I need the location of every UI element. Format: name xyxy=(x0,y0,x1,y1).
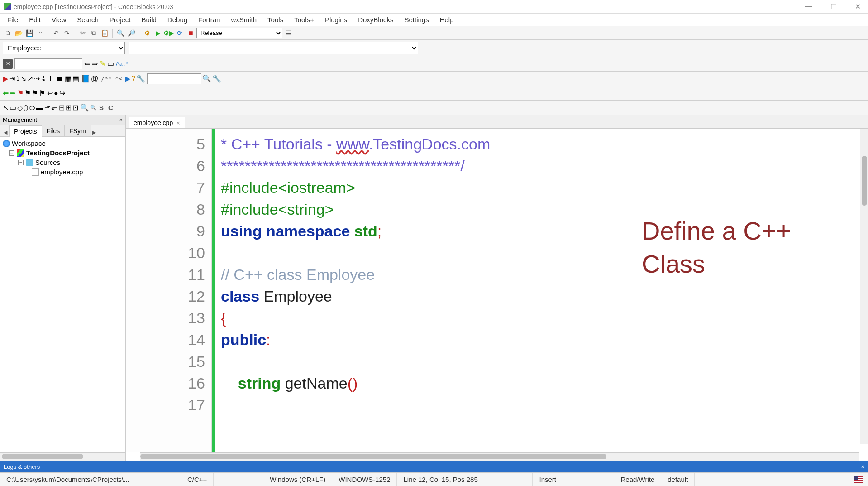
decision-icon[interactable]: ◇ xyxy=(17,103,23,112)
debug-run-icon[interactable]: ▶ xyxy=(3,74,8,83)
undo-icon[interactable]: ↶ xyxy=(51,28,61,38)
nav-record-icon[interactable]: ● xyxy=(54,89,58,97)
bookmark-clear-icon[interactable]: ⚑ xyxy=(39,89,45,97)
code-content[interactable]: * C++ Tutorials - www.TestingDocs.com***… xyxy=(215,129,868,452)
redo-icon[interactable]: ↷ xyxy=(62,28,72,38)
search-prev-icon[interactable]: ⇐ xyxy=(84,59,90,68)
logs-close-icon[interactable]: × xyxy=(861,463,864,470)
rebuild-icon[interactable]: ⟳ xyxy=(175,28,185,38)
menu-fortran[interactable]: Fortran xyxy=(194,15,224,24)
editor-tab-employee[interactable]: employee.cpp × xyxy=(129,117,185,128)
tabs-scroll-left-icon[interactable]: ◀ xyxy=(2,129,9,136)
next-line-icon[interactable]: ⤵ xyxy=(16,75,19,83)
doxyblocks-icon[interactable]: 📘 xyxy=(81,74,90,83)
find-icon[interactable]: 🔍 xyxy=(115,28,125,38)
doxy-at-icon[interactable]: @ xyxy=(91,75,98,83)
abort-icon[interactable]: ⏹ xyxy=(186,28,196,38)
replace-icon[interactable]: 🔎 xyxy=(126,28,136,38)
editor-hscrollbar[interactable] xyxy=(140,452,859,461)
method-select[interactable] xyxy=(129,42,418,54)
tree-sources[interactable]: − Sources xyxy=(1,158,124,167)
search-next-icon[interactable]: ⇒ xyxy=(92,59,98,68)
build-target-select[interactable]: Release xyxy=(196,28,282,38)
highlight-icon[interactable]: ✎ xyxy=(100,59,105,68)
uncomment-icon[interactable]: ⊞ xyxy=(66,103,72,112)
match-case-icon[interactable]: Aa xyxy=(116,61,123,67)
menu-file[interactable]: File xyxy=(3,15,23,24)
tree-toggle-icon[interactable]: − xyxy=(9,150,14,156)
code-editor[interactable]: 567891011121314151617 * C++ Tutorials - … xyxy=(126,129,868,452)
menu-doxyblocks[interactable]: DoxyBlocks xyxy=(353,15,398,24)
menu-search[interactable]: Search xyxy=(72,15,103,24)
search-input[interactable] xyxy=(14,58,82,69)
language-flag-icon[interactable] xyxy=(854,476,863,483)
toggle-comment-icon[interactable]: ⊡ xyxy=(72,103,78,112)
tree-workspace[interactable]: Workspace xyxy=(1,139,124,148)
build-run-icon[interactable]: ⚙▶ xyxy=(164,28,174,38)
next-instr-icon[interactable]: ⇢ xyxy=(34,74,40,83)
goto-options-icon[interactable]: 🔧 xyxy=(212,74,221,83)
doxy-config-icon[interactable]: 🔧 xyxy=(136,74,145,83)
step-into-icon[interactable]: ↘ xyxy=(20,74,26,83)
logs-panel[interactable]: Logs & others × xyxy=(0,461,868,472)
instruction-icon[interactable]: ▭ xyxy=(10,103,16,112)
maximize-button[interactable]: ☐ xyxy=(827,2,840,11)
tree-project[interactable]: − TestingDocsProject xyxy=(1,148,124,158)
stop-debug-icon[interactable]: ⏹ xyxy=(56,75,63,83)
break-icon[interactable]: ⏸ xyxy=(48,75,55,83)
loop-icon[interactable]: ⬯ xyxy=(24,104,28,112)
menu-plugins[interactable]: Plugins xyxy=(320,15,352,24)
block-icon[interactable]: ▬ xyxy=(36,104,43,112)
cut-icon[interactable]: ✄ xyxy=(78,28,88,38)
targets-icon[interactable]: ☰ xyxy=(283,28,293,38)
menu-help[interactable]: Help xyxy=(435,15,458,24)
scope-select[interactable]: Employee:: xyxy=(3,42,125,54)
menu-project[interactable]: Project xyxy=(105,15,135,24)
step-instr-icon[interactable]: ⇣ xyxy=(41,74,47,83)
counting-icon[interactable]: ⬭ xyxy=(29,104,35,112)
tree-toggle-icon[interactable]: − xyxy=(18,160,24,165)
copy-icon[interactable]: ⧉ xyxy=(89,28,99,38)
bookmark-next-icon[interactable]: ⚑ xyxy=(32,89,38,97)
editor-vscrollbar[interactable] xyxy=(860,129,868,444)
management-hscrollbar[interactable] xyxy=(0,452,125,461)
management-close-icon[interactable]: × xyxy=(119,116,123,123)
jump-back-icon[interactable]: ⬅ xyxy=(3,89,9,97)
open-file-icon[interactable]: 📂 xyxy=(14,28,24,38)
zoom-out-icon[interactable]: 🔍 xyxy=(90,105,96,111)
comment-block-icon[interactable]: ⊟ xyxy=(59,103,65,112)
menu-toolsplus[interactable]: Tools+ xyxy=(290,15,319,24)
paste-icon[interactable]: 📋 xyxy=(100,28,110,38)
minimize-button[interactable]: — xyxy=(801,2,816,11)
select-icon[interactable]: ↖ xyxy=(3,103,9,112)
regex-icon[interactable]: .* xyxy=(124,61,128,67)
c-label[interactable]: C xyxy=(106,104,115,111)
s-label[interactable]: S xyxy=(97,104,105,111)
tab-projects[interactable]: Projects xyxy=(9,125,42,137)
build-icon[interactable]: ⚙ xyxy=(142,28,152,38)
tree-file[interactable]: employee.cpp xyxy=(1,167,124,177)
nav-back-icon[interactable]: ↩ xyxy=(47,89,53,97)
save-all-icon[interactable]: 🗃 xyxy=(35,28,45,38)
menu-edit[interactable]: Edit xyxy=(24,15,45,24)
return-icon[interactable]: ⬏ xyxy=(44,103,50,112)
step-out-icon[interactable]: ↗ xyxy=(27,74,33,83)
zoom-reset-icon[interactable]: 🔍 xyxy=(80,103,89,112)
break-block-icon[interactable]: ⬐ xyxy=(51,103,57,112)
menu-view[interactable]: View xyxy=(47,15,71,24)
doxy-help-icon[interactable]: ? xyxy=(131,75,135,83)
tabs-scroll-right-icon[interactable]: ▶ xyxy=(91,129,98,136)
bookmark-toggle-icon[interactable]: ⚑ xyxy=(17,89,24,97)
bookmark-prev-icon[interactable]: ⚑ xyxy=(24,89,31,97)
menu-settings[interactable]: Settings xyxy=(400,15,433,24)
menu-debug[interactable]: Debug xyxy=(163,15,192,24)
selected-only-icon[interactable]: ▭ xyxy=(107,59,114,68)
menu-tools[interactable]: Tools xyxy=(263,15,288,24)
tab-close-icon[interactable]: × xyxy=(176,120,180,126)
info-icon[interactable]: ▤ xyxy=(72,74,79,83)
goto-input[interactable] xyxy=(147,73,201,84)
run-icon[interactable]: ▶ xyxy=(153,28,163,38)
menu-build[interactable]: Build xyxy=(137,15,161,24)
close-button[interactable]: ✕ xyxy=(851,2,864,11)
doxy-run-icon[interactable]: ▶ xyxy=(125,74,130,83)
